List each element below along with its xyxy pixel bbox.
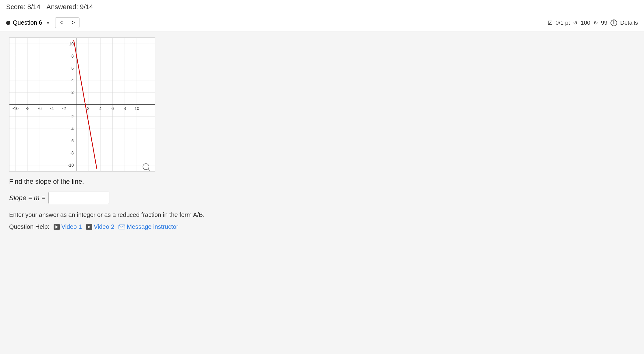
svg-text:6: 6: [71, 66, 74, 71]
question-label: Question 6 ▼: [6, 19, 50, 26]
svg-text:-10: -10: [12, 106, 19, 111]
svg-text:-4: -4: [50, 106, 54, 111]
message-label: Message instructor: [127, 223, 178, 230]
play-icon-2: [86, 224, 92, 230]
video2-link[interactable]: Video 2: [86, 223, 114, 230]
envelope-icon: [119, 225, 125, 229]
svg-text:2: 2: [71, 90, 74, 95]
slope-row: Slope = m =: [9, 192, 635, 204]
graph-svg: -10 -8 -6 -4 -2 2 4 6 8 10 10 8 6 4 2 -2…: [9, 38, 155, 171]
graph-container: -10 -8 -6 -4 -2 2 4 6 8 10 10 8 6 4 2 -2…: [9, 37, 155, 172]
play-triangle-2: [88, 225, 90, 228]
prev-button[interactable]: <: [55, 17, 67, 28]
right-info: ☑ 0/1 pt ↺ 100 ↻ 99 i Details: [548, 19, 638, 26]
svg-text:4: 4: [71, 78, 74, 83]
video1-link[interactable]: Video 1: [54, 223, 82, 230]
svg-text:8: 8: [123, 106, 126, 111]
details-link[interactable]: Details: [620, 19, 638, 26]
play-triangle-1: [55, 225, 58, 228]
slope-input[interactable]: [48, 192, 109, 204]
svg-text:-8: -8: [70, 150, 74, 155]
retry-count: 100: [581, 19, 590, 26]
svg-text:-10: -10: [68, 163, 74, 168]
nav-buttons: < >: [55, 17, 80, 28]
score-display: Score: 8/14: [6, 3, 41, 11]
svg-text:-2: -2: [70, 114, 74, 119]
main-content: -10 -8 -6 -4 -2 2 4 6 8 10 10 8 6 4 2 -2…: [0, 31, 644, 236]
retry-icon: ↺: [573, 19, 578, 26]
svg-text:-4: -4: [70, 126, 74, 131]
chevron-down-icon[interactable]: ▼: [46, 20, 50, 25]
score-bar: Score: 8/14 Answered: 9/14: [0, 0, 644, 14]
svg-text:-8: -8: [26, 106, 30, 111]
svg-text:8: 8: [71, 54, 74, 58]
points-display: 0/1 pt: [556, 19, 570, 26]
checkbox-icon: ☑: [548, 19, 553, 26]
question-nav-bar: Question 6 ▼ < > ☑ 0/1 pt ↺ 100 ↻ 99 i D…: [0, 14, 644, 31]
play-icon-1: [54, 224, 60, 230]
question-title: Question 6: [13, 19, 42, 26]
save-count: 99: [601, 19, 607, 26]
save-icon: ↻: [593, 19, 598, 26]
answered-display: Answered: 9/14: [47, 3, 93, 11]
svg-text:-2: -2: [62, 106, 66, 111]
question-text: Find the slope of the line.: [9, 178, 635, 186]
svg-text:2: 2: [87, 106, 90, 111]
hint-text: Enter your answer as an integer or as a …: [9, 211, 635, 218]
svg-text:6: 6: [111, 106, 114, 111]
svg-text:10: 10: [69, 41, 74, 46]
slope-label: Slope = m =: [9, 194, 45, 202]
svg-text:-6: -6: [38, 106, 42, 111]
help-row: Question Help: Video 1 Video 2 Message i…: [9, 223, 635, 230]
svg-text:4: 4: [99, 106, 102, 111]
help-label: Question Help:: [9, 223, 49, 230]
svg-text:10: 10: [134, 106, 139, 111]
message-instructor-link[interactable]: Message instructor: [119, 223, 178, 230]
zoom-icon: [143, 164, 150, 171]
next-button[interactable]: >: [67, 17, 80, 28]
svg-text:-6: -6: [70, 138, 74, 143]
status-dot: [6, 21, 10, 25]
info-icon[interactable]: i: [610, 19, 617, 26]
video1-label: Video 1: [61, 223, 82, 230]
video2-label: Video 2: [94, 223, 114, 230]
